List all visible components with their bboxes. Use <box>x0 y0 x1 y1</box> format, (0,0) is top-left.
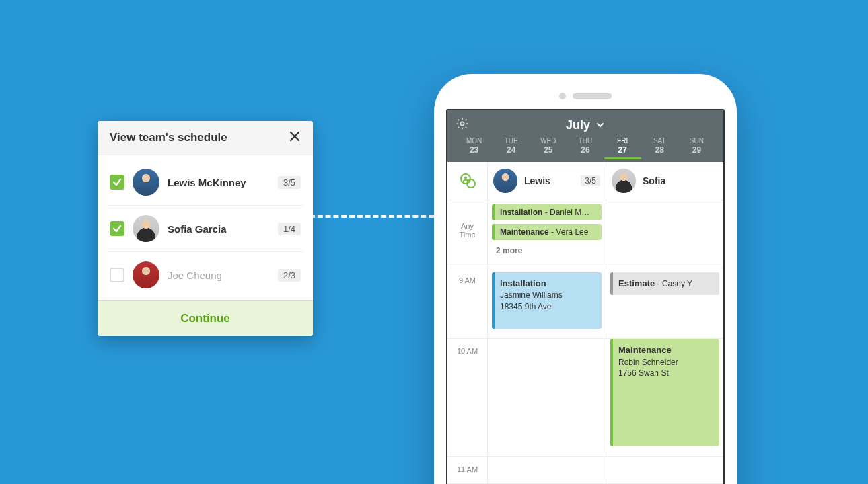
day-mon[interactable]: MON23 <box>456 137 493 159</box>
connector-line <box>310 215 434 218</box>
avatar <box>612 169 636 193</box>
day-fri[interactable]: FRI27 <box>604 137 641 159</box>
continue-button[interactable]: Continue <box>98 300 313 336</box>
ratio-badge: 3/5 <box>581 175 600 186</box>
svg-point-0 <box>460 122 464 125</box>
checkbox-icon[interactable] <box>110 221 124 236</box>
chevron-down-icon <box>595 120 605 130</box>
close-icon[interactable] <box>289 130 301 145</box>
speaker-icon <box>573 93 612 99</box>
event-card[interactable]: Installation Jasmine Williams 18345 9th … <box>492 272 602 329</box>
day-sun[interactable]: SUN29 <box>678 137 715 159</box>
month-picker[interactable]: July <box>476 118 695 132</box>
member-name: Lewis McKinney <box>168 177 270 188</box>
checkbox-icon[interactable] <box>110 175 124 190</box>
more-events-link[interactable]: 2 more <box>492 243 602 258</box>
columns-head: Lewis 3/5 Sofia <box>447 162 723 200</box>
event-pill[interactable]: Maintenance - Vera Lee <box>492 224 602 240</box>
event-card[interactable]: Estimate - Casey Y <box>610 272 719 295</box>
anytime-cell-lewis: Installation - Daniel M… Maintenance - V… <box>488 200 606 268</box>
team-list: Lewis McKinney 3/5 Sofia Garcia 1/4 Joe … <box>98 155 313 300</box>
time-label-11am: 11 AM <box>447 457 488 484</box>
ratio-badge: 1/4 <box>278 223 301 235</box>
popover-title: View team's schedule <box>110 131 227 145</box>
phone-screen: July MON23 TUE24 WED25 THU26 FRI27 SAT28… <box>446 109 725 484</box>
column-name: Sofia <box>643 175 665 186</box>
phone-device: July MON23 TUE24 WED25 THU26 FRI27 SAT28… <box>434 74 737 484</box>
team-icon[interactable] <box>447 162 488 200</box>
svg-point-3 <box>464 177 467 179</box>
schedule-grid: Any Time Installation - Daniel M… Mainte… <box>447 200 723 484</box>
day-tue[interactable]: TUE24 <box>493 137 530 159</box>
month-label: July <box>566 118 590 132</box>
ratio-badge: 2/3 <box>278 269 301 282</box>
cell-sofia-9am: Estimate - Casey Y <box>606 268 723 339</box>
time-label-10am: 10 AM <box>447 339 488 456</box>
gear-icon[interactable] <box>456 117 469 133</box>
column-name: Lewis <box>524 175 550 186</box>
avatar <box>133 261 159 288</box>
cell-lewis-9am: Installation Jasmine Williams 18345 9th … <box>488 268 606 339</box>
column-head-lewis[interactable]: Lewis 3/5 <box>488 162 606 200</box>
cell-sofia-10am: Maintenance Robin Schneider 1756 Swan St <box>606 339 723 456</box>
column-head-sofia[interactable]: Sofia <box>606 162 723 200</box>
team-row-joe[interactable]: Joe Cheung 2/3 <box>107 252 303 298</box>
team-row-lewis[interactable]: Lewis McKinney 3/5 <box>107 159 303 206</box>
event-pill[interactable]: Installation - Daniel M… <box>492 204 602 220</box>
cell-sofia-11am <box>606 457 723 484</box>
cell-lewis-10am <box>488 339 606 456</box>
day-sat[interactable]: SAT28 <box>641 137 678 159</box>
member-name: Sofia Garcia <box>168 223 270 235</box>
phone-hardware-top <box>446 86 725 109</box>
week-strip: MON23 TUE24 WED25 THU26 FRI27 SAT28 SUN2… <box>456 137 715 162</box>
anytime-cell-sofia <box>606 200 723 268</box>
team-schedule-popover: View team's schedule Lewis McKinney 3/5 … <box>98 121 313 336</box>
camera-icon <box>559 93 566 99</box>
avatar <box>133 215 159 242</box>
calendar-header: July MON23 TUE24 WED25 THU26 FRI27 SAT28… <box>447 110 723 162</box>
avatar <box>493 169 517 193</box>
cell-lewis-11am <box>488 457 606 484</box>
member-name: Joe Cheung <box>168 270 270 281</box>
time-label-9am: 9 AM <box>447 268 488 339</box>
ratio-badge: 3/5 <box>278 176 301 189</box>
day-wed[interactable]: WED25 <box>530 137 567 159</box>
event-card[interactable]: Maintenance Robin Schneider 1756 Swan St <box>610 339 719 446</box>
avatar <box>133 169 159 196</box>
day-thu[interactable]: THU26 <box>567 137 604 159</box>
time-label-anytime: Any Time <box>447 200 488 268</box>
team-row-sofia[interactable]: Sofia Garcia 1/4 <box>107 206 303 252</box>
checkbox-icon[interactable] <box>110 268 124 282</box>
